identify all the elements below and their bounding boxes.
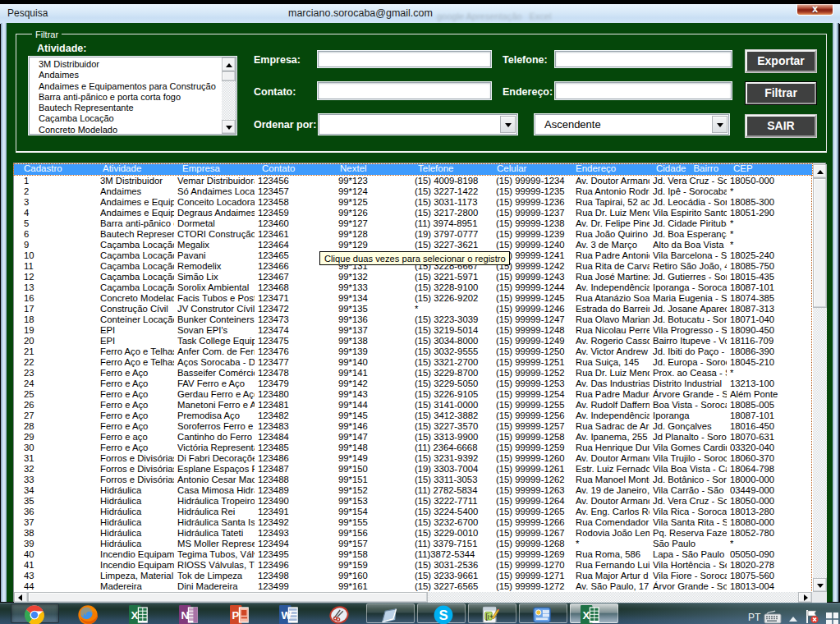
svg-text:X: X: [582, 609, 590, 622]
svg-text:S: S: [438, 608, 448, 623]
svg-text:N: N: [181, 609, 189, 622]
svg-text:P: P: [232, 609, 239, 622]
svg-text:W: W: [281, 609, 291, 622]
svg-text:X: X: [131, 609, 138, 622]
